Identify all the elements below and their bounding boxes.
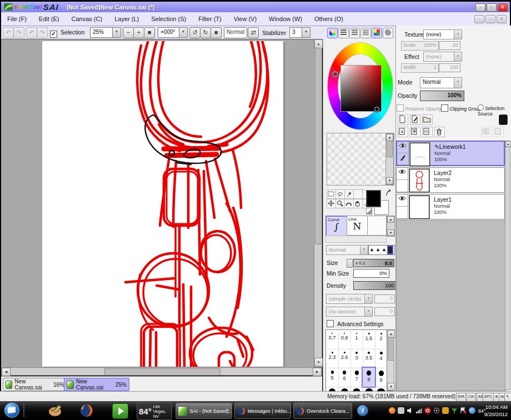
layer-thumbnail[interactable] — [410, 143, 430, 166]
title-bar[interactable]: PaintTool SAI (Not Saved)New Canvas.sai … — [1, 2, 510, 12]
brush-shape-strength[interactable]: 0 — [374, 294, 395, 303]
canvas-vertical-scrollbar[interactable]: ▲ ▼ — [314, 39, 322, 367]
density-slider[interactable]: 100 — [353, 281, 396, 290]
size-slider[interactable]: x 0.1 8.0 — [353, 259, 394, 267]
mask-button-disabled[interactable] — [481, 127, 492, 137]
tray-icon-3[interactable] — [469, 407, 475, 414]
paint-app-icon[interactable] — [48, 403, 63, 418]
layer-list-scrollbar[interactable]: ▲ — [505, 141, 510, 390]
scratchpad-area[interactable] — [327, 133, 394, 186]
taskbar-clock[interactable]: 10:04 AM 9/20/2012 — [484, 403, 508, 418]
start-button[interactable] — [4, 403, 19, 418]
horizontal-scroll-thumb[interactable] — [104, 368, 221, 376]
size-cell[interactable]: 6 — [338, 368, 351, 387]
menu-filter[interactable]: Filter (T) — [192, 16, 228, 22]
size-grid-scrollbar[interactable]: ▲ ▼ — [387, 329, 394, 391]
size-cell[interactable]: 1 — [350, 330, 363, 349]
rotate-reset-button[interactable]: ■ — [211, 27, 222, 38]
menu-others[interactable]: Others (O) — [308, 16, 349, 22]
brush-shape-dropdown[interactable]: (simple circle) ▼ — [326, 294, 373, 304]
scratchpad-scrollbar[interactable]: ▲ ▼ — [385, 133, 394, 185]
foreground-color-swatch[interactable] — [366, 190, 381, 207]
tray-update-icon[interactable] — [442, 407, 449, 414]
taskbar-button-firefox-2[interactable]: Overstock Cleara... — [293, 403, 352, 419]
size-cell[interactable]: 4 — [375, 349, 388, 368]
hand-tool[interactable] — [353, 199, 363, 208]
selection-redo-button[interactable]: ↷ — [37, 27, 48, 38]
selection-checkbox[interactable]: ✓ Selection — [50, 29, 84, 38]
zoom-dropdown-icon[interactable]: ▼ — [112, 28, 121, 37]
menu-selection[interactable]: Selection (S) — [145, 16, 192, 22]
clear-layer-button[interactable] — [422, 127, 433, 137]
tray-icon-1[interactable] — [389, 407, 395, 414]
zoom-combo[interactable]: 25% ▼ — [90, 27, 121, 38]
angle-dropdown-icon[interactable]: ▼ — [179, 28, 187, 37]
media-play-icon[interactable] — [112, 403, 128, 419]
firefox-icon[interactable] — [79, 403, 94, 418]
tool-slot-curve[interactable]: Curve ∫ — [325, 216, 348, 237]
tray-opera-icon[interactable]: O — [424, 407, 431, 414]
layer-row-layer2[interactable]: Layer2 Normal 100% — [396, 167, 505, 193]
canvas-tab-2[interactable]: New Canvas.sai 25% — [64, 378, 129, 391]
clipping-group-checkbox[interactable]: Clipping Group — [441, 104, 481, 112]
zoom-out-button[interactable]: − — [123, 27, 134, 38]
texture-dropdown[interactable]: (none) ▼ — [423, 29, 462, 39]
scroll-down-icon[interactable]: ▼ — [386, 177, 393, 184]
angle-combo[interactable]: +000° ▼ — [158, 27, 188, 38]
tool-slot-line[interactable]: Line N — [347, 216, 368, 236]
brush-texture-dropdown[interactable]: (no texture) ▼ — [326, 307, 373, 317]
transparency-toggle[interactable] — [366, 208, 372, 214]
rgb-slider-icon[interactable] — [338, 28, 349, 38]
taskbar-button-firefox-1[interactable]: Messages | Inkbu... — [234, 403, 291, 419]
flip-horizontal-button[interactable]: ⇄ — [248, 27, 259, 38]
canvas-horizontal-scrollbar[interactable]: ◀ ▶ — [1, 367, 322, 376]
view-normal-button[interactable]: Normal — [224, 27, 247, 38]
child-maximize-button[interactable]: □ — [485, 15, 495, 23]
layer-opacity-slider[interactable]: 100% — [420, 91, 464, 101]
scroll-up-icon[interactable]: ▲ — [314, 39, 323, 48]
canvas[interactable] — [42, 41, 283, 367]
dropdown-icon[interactable]: ▼ — [360, 246, 368, 254]
menu-edit[interactable]: Edit (E) — [33, 16, 66, 22]
size-cell[interactable]: 9 — [375, 368, 388, 387]
advanced-settings-checkbox[interactable]: Advanced Settings — [327, 320, 383, 327]
hsv-slider-icon[interactable] — [349, 28, 360, 38]
size-unit-button[interactable] — [347, 259, 353, 268]
edge-hard-button[interactable]: ▲ — [369, 246, 375, 254]
texture-scale-slider[interactable]: Scale100% — [401, 41, 439, 51]
dropdown-icon[interactable]: ▼ — [364, 294, 372, 303]
swap-colors-icon[interactable] — [385, 189, 392, 197]
layer-thumbnail[interactable] — [409, 169, 429, 192]
size-cell[interactable]: 0.7 — [326, 330, 339, 349]
dropdown-icon[interactable]: ▼ — [364, 307, 372, 316]
menu-window[interactable]: Window (W) — [263, 16, 308, 22]
weather-widget[interactable]: 84° Las Vegas, NV — [137, 402, 172, 420]
close-button[interactable]: X — [498, 3, 508, 12]
tray-network-icon[interactable] — [415, 407, 422, 414]
stabilizer-combo[interactable]: 3 ▼ — [289, 27, 310, 38]
stencil-button-disabled[interactable] — [493, 127, 504, 137]
layer-row-linework1[interactable]: ✎Linework1 Normal 100% — [396, 141, 505, 166]
tray-gps-icon[interactable] — [433, 407, 440, 414]
edge-square-button-selected[interactable] — [387, 246, 393, 254]
menu-view[interactable]: View (V) — [228, 16, 263, 22]
canvas-tab-1[interactable]: New Canvas.sai 16% — [3, 378, 67, 391]
child-close-button[interactable]: X — [497, 15, 507, 23]
preserve-opacity-checkbox[interactable]: Preserve Opacity — [397, 104, 442, 112]
scratchpad-icon[interactable] — [383, 28, 393, 38]
layer-thumbnail[interactable] — [409, 196, 429, 219]
effect-width-value[interactable]: 100 — [439, 63, 460, 72]
rotate-view-tool[interactable] — [344, 199, 354, 208]
rect-select-tool[interactable] — [327, 189, 336, 199]
rotate-ccw-button[interactable]: ↺ — [189, 27, 201, 38]
layer-visibility-toggle[interactable] — [397, 168, 408, 180]
size-cell[interactable]: 2.3 — [326, 349, 339, 368]
dropdown-icon[interactable]: ▼ — [454, 52, 462, 61]
swatches-icon[interactable] — [372, 28, 382, 38]
zoom-tool[interactable] — [335, 199, 345, 208]
scroll-up-icon[interactable]: ▲ — [505, 141, 511, 147]
size-cell[interactable]: 3 — [350, 349, 363, 368]
zoom-reset-button[interactable]: ■ — [144, 27, 155, 38]
scroll-down-icon[interactable]: ▼ — [387, 229, 394, 236]
tool-slot-empty[interactable] — [367, 216, 387, 236]
